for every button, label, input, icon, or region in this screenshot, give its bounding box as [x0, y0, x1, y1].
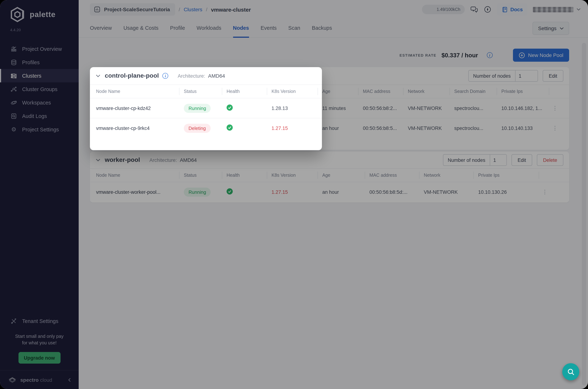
col-search-domain: Search Domain	[450, 88, 497, 95]
status-badge: Running	[184, 104, 211, 113]
collapse-chevron-icon[interactable]	[96, 74, 100, 77]
row-menu-kebab-icon[interactable]: ⋮	[549, 105, 561, 111]
sidebar-item-workspaces[interactable]: Workspaces	[0, 96, 79, 109]
sidebar-item-label: Project Overview	[22, 46, 62, 52]
number-of-nodes-label: Number of nodes	[469, 70, 515, 81]
col-actions	[539, 172, 551, 179]
private-ips: 10.10.130.26	[474, 189, 539, 195]
sidebar-item-label: Project Settings	[22, 127, 59, 132]
chevron-down-icon	[560, 27, 564, 30]
network: VM-NETWORK	[403, 125, 450, 131]
breadcrumb-separator: /	[206, 6, 207, 12]
nodes-table: Node Name Status Health K8s Version Age …	[90, 85, 569, 138]
tab-nodes[interactable]: Nodes	[233, 19, 249, 38]
breadcrumb-clusters-link[interactable]: Clusters	[184, 6, 202, 12]
user-email-redacted	[533, 7, 573, 12]
row-menu-kebab-icon[interactable]: ⋮	[539, 189, 551, 195]
scale-wrapper: palette 4.4.20 Project Overview Profiles	[0, 0, 588, 389]
explore-compass-icon[interactable]	[484, 5, 492, 13]
collapse-chevron-icon[interactable]	[96, 159, 100, 162]
sidebar-item-tenant-settings[interactable]: Tenant Settings	[0, 315, 79, 328]
feedback-chat-icon[interactable]	[470, 5, 478, 13]
health-cell	[222, 125, 267, 132]
pool-name: control-plane-pool	[105, 72, 159, 79]
control-plane-pool-card: control-plane-pool i Architecture: AMD64…	[90, 67, 569, 150]
sidebar-item-label: Clusters	[22, 73, 41, 79]
tab-events[interactable]: Events	[261, 19, 277, 38]
table-row: vmware-cluster-worker-pool... Running 1.…	[90, 182, 569, 202]
col-k8s-version: K8s Version	[267, 172, 318, 179]
row-menu-kebab-icon[interactable]: ⋮	[549, 125, 561, 131]
table-header-row: Node Name Status Health K8s Version Age …	[90, 169, 569, 182]
project-selector[interactable]: Project-ScaleSecureTutoria	[90, 3, 175, 16]
project-name: Project-ScaleSecureTutoria	[104, 6, 170, 12]
col-status: Status	[179, 88, 222, 95]
footer-brand-spectro: spectro	[20, 377, 39, 383]
node-name: vmware-cluster-cp-kdz42	[96, 105, 179, 111]
sidebar-collapse-button[interactable]	[67, 377, 72, 382]
user-menu[interactable]	[533, 7, 581, 12]
health-check-icon	[226, 125, 233, 131]
pool-header: control-plane-pool i Architecture: AMD64…	[90, 67, 569, 85]
health-cell	[222, 104, 267, 112]
docs-label: Docs	[510, 6, 523, 12]
sidebar-item-clusters[interactable]: Clusters	[0, 69, 79, 82]
palette-logo-icon	[9, 6, 25, 23]
sidebar-item-project-settings[interactable]: ⚙ Project Settings	[0, 123, 79, 136]
sidebar-item-label: Tenant Settings	[22, 319, 58, 324]
sidebar-item-label: Cluster Groups	[22, 86, 57, 92]
new-node-pool-label: New Node Pool	[528, 52, 563, 58]
sidebar-item-profiles[interactable]: Profiles	[0, 56, 79, 69]
plus-circle-icon	[519, 52, 525, 58]
rate-info-icon[interactable]: i	[487, 52, 492, 58]
tour-search-fab[interactable]	[562, 363, 579, 380]
network: VM-NETWORK	[420, 189, 474, 195]
table-row: vmware-cluster-cp-kdz42 Running 1.28.13 …	[90, 98, 569, 118]
docs-button[interactable]: Docs	[497, 3, 528, 16]
sidebar-item-cluster-groups[interactable]: Cluster Groups	[0, 82, 79, 96]
tab-backups[interactable]: Backups	[312, 19, 332, 38]
delete-pool-button[interactable]: Delete	[537, 154, 563, 166]
settings-button[interactable]: Settings	[533, 22, 569, 35]
col-private-ips: Private Ips	[474, 172, 539, 179]
tab-workloads[interactable]: Workloads	[197, 19, 221, 38]
sidebar-item-label: Audit Logs	[22, 113, 47, 119]
number-of-nodes-label: Number of nodes	[443, 155, 490, 165]
app-window: palette 4.4.20 Project Overview Profiles	[0, 0, 588, 389]
sidebar: palette 4.4.20 Project Overview Profiles	[0, 0, 79, 389]
col-node-name: Node Name	[96, 172, 179, 179]
edit-pool-button[interactable]: Edit	[511, 154, 532, 166]
brand-name: palette	[30, 10, 56, 19]
sidebar-footer: spectro cloud	[0, 370, 79, 389]
tab-usage-costs[interactable]: Usage & Costs	[123, 19, 158, 38]
tab-scan[interactable]: Scan	[288, 19, 300, 38]
new-node-pool-button[interactable]: New Node Pool	[513, 49, 569, 62]
molecule-icon	[10, 86, 17, 92]
brand-logo: palette	[0, 0, 79, 24]
scrollbar[interactable]	[582, 43, 586, 385]
upgrade-now-button[interactable]: Upgrade now	[18, 352, 60, 364]
architecture-value: AMD64	[180, 157, 197, 163]
k8s-version: 1.27.15	[267, 125, 318, 131]
servers-icon	[10, 72, 17, 79]
upgrade-promo: Start small and only pay for what you us…	[0, 328, 79, 364]
sidebar-item-audit-logs[interactable]: Audit Logs	[0, 109, 79, 123]
k8s-version: 1.28.13	[267, 105, 318, 111]
layers-icon	[10, 59, 17, 65]
age: 11 minutes	[318, 105, 359, 111]
tab-profile[interactable]: Profile	[170, 19, 185, 38]
number-of-nodes-input[interactable]	[515, 70, 537, 81]
tab-overview[interactable]: Overview	[90, 19, 112, 38]
sidebar-nav: Project Overview Profiles Clusters	[0, 42, 79, 136]
col-actions	[549, 88, 561, 95]
pool-info-icon[interactable]: i	[162, 73, 168, 79]
number-of-nodes-input[interactable]	[490, 155, 506, 165]
estimated-rate-label: ESTIMATED RATE	[399, 53, 436, 57]
private-ips: 10.10.140.133	[497, 125, 549, 131]
settings-label: Settings	[538, 25, 557, 31]
col-health: Health	[222, 172, 267, 179]
edit-pool-button[interactable]: Edit	[542, 70, 563, 82]
sidebar-item-project-overview[interactable]: Project Overview	[0, 42, 79, 56]
topbar: Project-ScaleSecureTutoria / Clusters / …	[79, 0, 588, 38]
col-age: Age	[318, 88, 359, 95]
